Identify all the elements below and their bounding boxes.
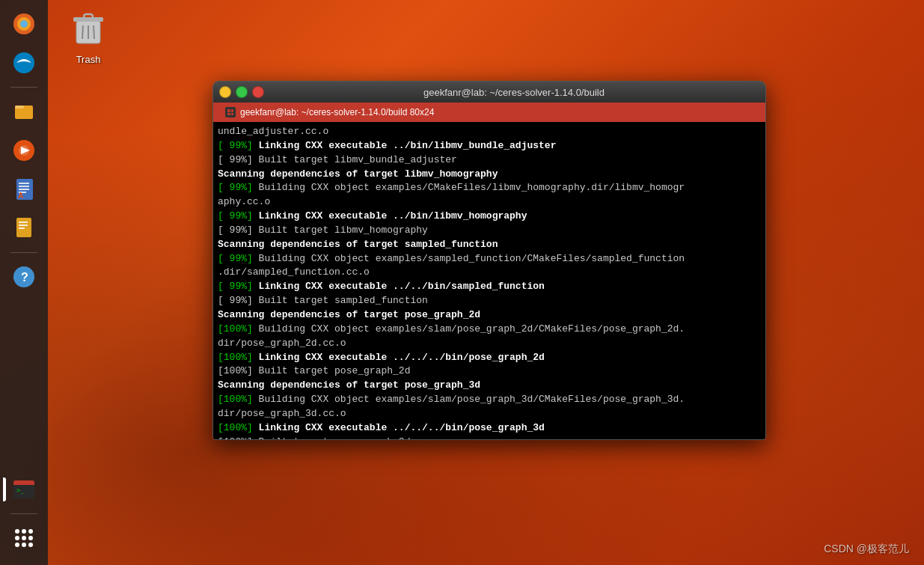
svg-rect-23	[13, 483, 34, 485]
svg-point-2	[20, 20, 28, 28]
taskbar-texteditor[interactable]	[6, 210, 42, 246]
svg-line-27	[82, 25, 83, 39]
terminal-tab-bar: geekfanr@lab: ~/ceres-solver-1.14.0/buil…	[213, 103, 765, 122]
svg-rect-5	[15, 106, 24, 109]
taskbar-bottom: >_	[6, 471, 42, 556]
terminal-line: [100%] Built target pose_graph_3d	[218, 436, 761, 439]
terminal-line: undle_adjuster.cc.o	[218, 125, 761, 139]
terminal-line: [100%] Building CXX object examples/slam…	[218, 393, 761, 407]
terminal-line: Scanning dependencies of target pose_gra…	[218, 379, 761, 393]
grid-dots-icon	[15, 529, 33, 547]
terminal-line: Scanning dependencies of target sampled_…	[218, 238, 761, 252]
taskbar-separator-3	[10, 513, 37, 514]
taskbar-separator-2	[10, 252, 37, 253]
taskbar-writer[interactable]: A	[6, 171, 42, 207]
terminal-line: [ 99%] Built target libmv_homography	[218, 224, 761, 238]
window-minimize-button[interactable]	[219, 86, 231, 98]
trash-label: Trash	[76, 54, 101, 65]
terminal-line: [100%] Linking CXX executable ../../../b…	[218, 351, 761, 365]
svg-rect-17	[19, 225, 28, 226]
terminal-line: [100%] Building CXX object examples/slam…	[218, 323, 761, 337]
terminal-window: geekfanr@lab: ~/ceres-solver-1.14.0/buil…	[212, 81, 766, 440]
svg-text:?: ?	[21, 271, 28, 284]
terminal-line: [ 99%] Linking CXX executable ../bin/lib…	[218, 139, 761, 153]
terminal-titlebar: geekfanr@lab: ~/ceres-solver-1.14.0/buil…	[213, 82, 765, 103]
taskbar-separator-1	[10, 87, 37, 88]
svg-rect-16	[19, 222, 28, 223]
svg-rect-12	[19, 189, 29, 190]
terminal-line: [ 99%] Built target sampled_function	[218, 294, 761, 308]
terminal-line: [100%] Linking CXX executable ../../../b…	[218, 421, 761, 436]
taskbar-appdrawer[interactable]	[6, 520, 42, 556]
terminal-body[interactable]: undle_adjuster.cc.o[ 99%] Linking CXX ex…	[213, 122, 765, 439]
terminal-title: geekfanr@lab: ~/ceres-solver-1.14.0/buil…	[269, 87, 759, 98]
terminal-tab-title: geekfanr@lab: ~/ceres-solver-1.14.0/buil…	[240, 107, 434, 117]
svg-text:A: A	[18, 192, 23, 200]
svg-rect-18	[19, 227, 25, 229]
terminal-line: Scanning dependencies of target libmv_ho…	[218, 168, 761, 182]
trash-desktop-icon[interactable]: Trash	[67, 6, 109, 70]
trash-icon	[72, 10, 105, 51]
terminal-line: [ 99%] Built target libmv_bundle_adjuste…	[218, 153, 761, 168]
terminal-line: dir/pose_graph_3d.cc.o	[218, 407, 761, 421]
taskbar: A ? >_	[0, 0, 48, 565]
terminal-line: .dir/sampled_function.cc.o	[218, 266, 761, 280]
taskbar-terminal[interactable]: >_	[6, 471, 42, 507]
terminal-line: dir/pose_graph_2d.cc.o	[218, 337, 761, 351]
terminal-line: Scanning dependencies of target pose_gra…	[218, 308, 761, 323]
terminal-line: [ 99%] Linking CXX executable ../../bin/…	[218, 280, 761, 294]
terminal-line: [ 99%] Building CXX object examples/CMak…	[218, 181, 761, 195]
terminal-line: [ 99%] Linking CXX executable ../bin/lib…	[218, 210, 761, 224]
terminal-line: [100%] Built target pose_graph_2d	[218, 364, 761, 379]
tab-icon	[225, 107, 236, 117]
taskbar-firefox[interactable]	[6, 6, 42, 42]
window-close-button[interactable]	[252, 86, 264, 98]
terminal-line: [ 99%] Building CXX object examples/samp…	[218, 252, 761, 266]
watermark: CSDN @极客范儿	[824, 543, 909, 556]
svg-line-29	[94, 25, 94, 39]
svg-rect-11	[19, 186, 29, 187]
tab-icon-grid	[227, 109, 233, 115]
taskbar-help[interactable]: ?	[6, 259, 42, 295]
svg-point-3	[13, 52, 34, 73]
taskbar-rhythmbox[interactable]	[6, 132, 42, 168]
terminal-tab[interactable]: geekfanr@lab: ~/ceres-solver-1.14.0/buil…	[219, 106, 440, 119]
window-maximize-button[interactable]	[236, 86, 248, 98]
svg-text:>_: >_	[16, 486, 25, 494]
svg-rect-31	[84, 14, 93, 19]
taskbar-thunderbird[interactable]	[6, 45, 42, 81]
taskbar-files[interactable]	[6, 94, 42, 129]
terminal-line: aphy.cc.o	[218, 195, 761, 210]
svg-rect-10	[19, 183, 29, 184]
